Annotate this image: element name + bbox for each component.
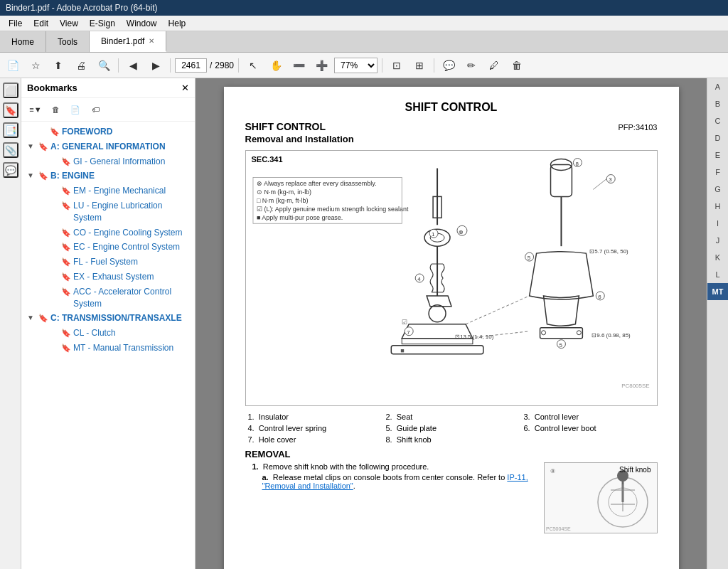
main-layout: ⬜ 🔖 📑 📎 💬 Bookmarks ✕ ≡▼ 🗑 📄 🏷 🔖 FOREWOR… — [0, 78, 728, 569]
letter-h[interactable]: H — [707, 198, 728, 215]
letter-k[interactable]: K — [707, 249, 728, 266]
removal-section: 1. Remove shift knob with the following … — [245, 462, 658, 533]
acc-label: ACC - Accelerator Control System — [73, 286, 189, 310]
bookmark-em[interactable]: 🔖 EM - Engine Mechanical — [21, 184, 195, 198]
svg-text:PC5004SE: PC5004SE — [546, 526, 571, 531]
menu-edit[interactable]: Edit — [28, 17, 54, 30]
tab-home[interactable]: Home — [0, 31, 46, 52]
bookmark-cl[interactable]: 🔖 CL - Clutch — [21, 326, 195, 341]
bookmark-co[interactable]: 🔖 CO - Engine Cooling System — [21, 225, 195, 240]
comment-btn[interactable]: 💬 — [439, 55, 459, 75]
bookmark-foreword[interactable]: 🔖 FOREWORD — [21, 124, 195, 139]
bookmark-ex[interactable]: 🔖 EX - Exhaust System — [21, 270, 195, 284]
svg-text:7: 7 — [407, 329, 410, 336]
menu-view[interactable]: View — [54, 17, 84, 30]
tab-close-icon[interactable]: ✕ — [149, 37, 154, 45]
reference-link[interactable]: IP-11, "Removal and Installation" — [262, 473, 528, 490]
engine-label: B: ENGINE — [50, 170, 95, 182]
menu-esign[interactable]: E-Sign — [84, 17, 121, 30]
menu-help[interactable]: Help — [163, 17, 192, 30]
svg-text:☑ (L): Apply genuine medium st: ☑ (L): Apply genuine medium strength loc… — [256, 206, 408, 213]
next-page-btn[interactable]: ▶ — [146, 55, 166, 75]
bookmark-mt[interactable]: 🔖 MT - Manual Transmission — [21, 341, 195, 356]
co-label: CO - Engine Cooling System — [73, 227, 182, 239]
letter-e[interactable]: E — [707, 147, 728, 164]
gi-label: GI - General Information — [73, 156, 165, 168]
pen-btn[interactable]: ✏ — [461, 55, 481, 75]
letter-f[interactable]: F — [707, 164, 728, 181]
menu-window[interactable]: Window — [121, 17, 163, 30]
zoom-in-btn[interactable]: ➕ — [311, 55, 331, 75]
page-separator: / — [210, 60, 212, 70]
bookmarks-toolbar: ≡▼ 🗑 📄 🏷 — [21, 98, 195, 122]
letter-a[interactable]: A — [707, 78, 728, 95]
svg-text:8: 8 — [575, 161, 579, 167]
pdf-page: SHIFT CONTROL SHIFT CONTROL PFP:34103 Re… — [224, 87, 679, 569]
letter-g[interactable]: G — [707, 181, 728, 198]
bookmark-gi[interactable]: 🔖 GI - General Information — [21, 154, 195, 169]
mt-label: MT - Manual Transmission — [73, 342, 173, 354]
tab-tools-label: Tools — [58, 37, 77, 47]
zoom-select[interactable]: 77% 50% 100% 125% — [334, 58, 378, 73]
svg-text:⊙ N·m (kg-m, in-lb): ⊙ N·m (kg-m, in-lb) — [256, 188, 311, 196]
bookmark-view-btn[interactable]: ≡▼ — [27, 101, 44, 118]
hand-tool[interactable]: ✋ — [266, 55, 286, 75]
svg-text:4: 4 — [417, 276, 421, 282]
tab-tools[interactable]: Tools — [46, 31, 90, 52]
letter-mt[interactable]: MT — [707, 283, 728, 300]
search-btn[interactable]: 🔍 — [94, 55, 114, 75]
bookmark-icon: 🔖 — [61, 156, 71, 167]
attachments-btn[interactable]: 📎 — [3, 142, 18, 158]
new-bookmark-btn[interactable]: 📄 — [67, 101, 84, 118]
menu-file[interactable]: File — [3, 17, 28, 30]
bookmark-engine-group[interactable]: ▼ 🔖 B: ENGINE — [21, 169, 195, 184]
layers-panel-btn[interactable]: 📑 — [3, 122, 18, 138]
comments-panel-btn[interactable]: 💬 — [3, 162, 18, 178]
diagram-box: SEC.341 ⊗ Always replace after every dis… — [245, 150, 658, 406]
svg-text:⊗: ⊗ — [458, 229, 463, 235]
delete-btn[interactable]: 🗑 — [507, 55, 527, 75]
expand-icon: ▼ — [27, 171, 37, 181]
zoom-out-btn[interactable]: ➖ — [289, 55, 309, 75]
svg-text:⊡5.7 (0.58, 50): ⊡5.7 (0.58, 50) — [589, 248, 628, 255]
rotate-btn[interactable]: ⊞ — [410, 55, 429, 75]
letter-j[interactable]: J — [707, 232, 728, 249]
letter-l[interactable]: L — [707, 266, 728, 283]
prev-page-btn[interactable]: ◀ — [123, 55, 143, 75]
bookmark-acc[interactable]: 🔖 ACC - Accelerator Control System — [21, 284, 195, 312]
bookmark-lu[interactable]: 🔖 LU - Engine Lubrication System — [21, 198, 195, 225]
print-btn[interactable]: 🖨 — [71, 55, 91, 75]
bookmark-btn[interactable]: ☆ — [26, 55, 46, 75]
bookmark-icon: 🔖 — [61, 328, 71, 339]
upload-btn[interactable]: ⬆ — [48, 55, 68, 75]
pages-panel-btn[interactable]: ⬜ — [3, 83, 18, 98]
letter-c[interactable]: C — [707, 112, 728, 129]
tab-binder-label: Binder1.pdf — [101, 36, 144, 46]
letter-b[interactable]: B — [707, 95, 728, 112]
removal-text: 1. Remove shift knob with the following … — [245, 462, 530, 533]
bookmark-icon: 🔖 — [61, 201, 71, 211]
tag-bookmark-btn[interactable]: 🏷 — [87, 101, 104, 118]
bookmark-fl[interactable]: 🔖 FL - Fuel System — [21, 255, 195, 270]
tab-home-label: Home — [11, 37, 34, 47]
svg-text:☑: ☑ — [402, 319, 407, 326]
svg-text:5: 5 — [527, 255, 530, 261]
bookmark-tree: 🔖 FOREWORD ▼ 🔖 A: GENERAL INFORMATION 🔖 … — [21, 122, 195, 569]
fit-page-btn[interactable]: ⊡ — [387, 55, 407, 75]
removal-title: REMOVAL — [245, 449, 658, 459]
highlight-btn[interactable]: 🖊 — [484, 55, 504, 75]
total-pages: 2980 — [215, 60, 234, 70]
letter-d[interactable]: D — [707, 129, 728, 147]
letter-i[interactable]: I — [707, 215, 728, 232]
bookmark-general-info-group[interactable]: ▼ 🔖 A: GENERAL INFORMATION — [21, 139, 195, 154]
bookmark-transmission-group[interactable]: ▼ 🔖 C: TRANSMISSION/TRANSAXLE — [21, 311, 195, 326]
bookmark-ec[interactable]: 🔖 EC - Engine Control System — [21, 240, 195, 255]
delete-bookmark-btn[interactable]: 🗑 — [47, 101, 64, 118]
tab-binder[interactable]: Binder1.pdf ✕ — [90, 31, 166, 52]
close-bookmarks-btn[interactable]: ✕ — [181, 83, 189, 93]
left-icon-panel: ⬜ 🔖 📑 📎 💬 — [0, 78, 21, 569]
new-btn[interactable]: 📄 — [3, 55, 23, 75]
bookmarks-panel-btn[interactable]: 🔖 — [3, 102, 18, 118]
page-input[interactable]: 2461 — [175, 58, 207, 73]
cursor-tool[interactable]: ↖ — [243, 55, 263, 75]
